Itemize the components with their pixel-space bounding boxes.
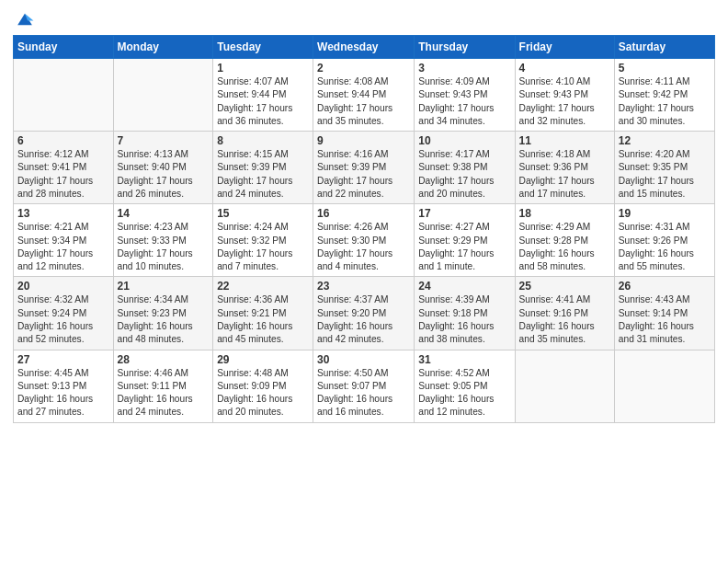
day-number: 27 — [17, 353, 109, 366]
calendar-cell: 22Sunrise: 4:36 AM Sunset: 9:21 PM Dayli… — [213, 277, 313, 350]
calendar-cell: 27Sunrise: 4:45 AM Sunset: 9:13 PM Dayli… — [14, 350, 114, 422]
day-info: Sunrise: 4:16 AM Sunset: 9:39 PM Dayligh… — [317, 148, 410, 201]
day-info: Sunrise: 4:39 AM Sunset: 9:18 PM Dayligh… — [418, 293, 510, 346]
calendar-cell: 15Sunrise: 4:24 AM Sunset: 9:32 PM Dayli… — [213, 204, 313, 277]
calendar-cell — [14, 59, 114, 132]
day-number: 19 — [619, 207, 711, 220]
calendar-cell: 30Sunrise: 4:50 AM Sunset: 9:07 PM Dayli… — [313, 350, 415, 422]
weekday-header-row: SundayMondayTuesdayWednesdayThursdayFrid… — [14, 36, 715, 59]
day-number: 24 — [418, 280, 510, 293]
day-info: Sunrise: 4:34 AM Sunset: 9:23 PM Dayligh… — [118, 293, 210, 346]
day-info: Sunrise: 4:09 AM Sunset: 9:43 PM Dayligh… — [418, 75, 510, 128]
calendar-cell — [614, 350, 714, 422]
day-info: Sunrise: 4:17 AM Sunset: 9:38 PM Dayligh… — [418, 148, 510, 201]
day-number: 13 — [17, 207, 109, 220]
day-number: 22 — [217, 280, 309, 293]
day-number: 23 — [317, 280, 410, 293]
calendar-cell: 17Sunrise: 4:27 AM Sunset: 9:29 PM Dayli… — [415, 204, 515, 277]
calendar-cell: 3Sunrise: 4:09 AM Sunset: 9:43 PM Daylig… — [415, 59, 515, 132]
calendar-cell: 11Sunrise: 4:18 AM Sunset: 9:36 PM Dayli… — [515, 132, 614, 204]
calendar-cell: 10Sunrise: 4:17 AM Sunset: 9:38 PM Dayli… — [415, 132, 515, 204]
day-number: 18 — [519, 207, 610, 220]
day-number: 3 — [418, 62, 510, 75]
calendar-cell: 16Sunrise: 4:26 AM Sunset: 9:30 PM Dayli… — [313, 204, 415, 277]
week-row-2: 6Sunrise: 4:12 AM Sunset: 9:41 PM Daylig… — [14, 132, 715, 204]
day-number: 25 — [519, 280, 610, 293]
day-info: Sunrise: 4:50 AM Sunset: 9:07 PM Dayligh… — [317, 367, 410, 419]
day-info: Sunrise: 4:18 AM Sunset: 9:36 PM Dayligh… — [519, 148, 610, 201]
day-info: Sunrise: 4:43 AM Sunset: 9:14 PM Dayligh… — [619, 293, 711, 346]
calendar-cell — [515, 350, 614, 422]
weekday-header-wednesday: Wednesday — [313, 36, 415, 59]
calendar-cell: 28Sunrise: 4:46 AM Sunset: 9:11 PM Dayli… — [113, 350, 213, 422]
calendar-cell: 31Sunrise: 4:52 AM Sunset: 9:05 PM Dayli… — [415, 350, 515, 422]
calendar-cell: 18Sunrise: 4:29 AM Sunset: 9:28 PM Dayli… — [515, 204, 614, 277]
day-number: 31 — [418, 353, 510, 366]
day-info: Sunrise: 4:13 AM Sunset: 9:40 PM Dayligh… — [118, 148, 210, 201]
calendar-cell: 7Sunrise: 4:13 AM Sunset: 9:40 PM Daylig… — [113, 132, 213, 204]
calendar-cell: 26Sunrise: 4:43 AM Sunset: 9:14 PM Dayli… — [614, 277, 714, 350]
week-row-5: 27Sunrise: 4:45 AM Sunset: 9:13 PM Dayli… — [14, 350, 715, 422]
day-info: Sunrise: 4:12 AM Sunset: 9:41 PM Dayligh… — [17, 148, 109, 201]
day-info: Sunrise: 4:15 AM Sunset: 9:39 PM Dayligh… — [217, 148, 309, 201]
calendar-cell: 1Sunrise: 4:07 AM Sunset: 9:44 PM Daylig… — [213, 59, 313, 132]
calendar-cell: 9Sunrise: 4:16 AM Sunset: 9:39 PM Daylig… — [313, 132, 415, 204]
day-number: 9 — [317, 134, 410, 147]
day-info: Sunrise: 4:32 AM Sunset: 9:24 PM Dayligh… — [17, 293, 109, 346]
calendar-cell: 23Sunrise: 4:37 AM Sunset: 9:20 PM Dayli… — [313, 277, 415, 350]
day-info: Sunrise: 4:36 AM Sunset: 9:21 PM Dayligh… — [217, 293, 309, 346]
day-number: 26 — [619, 280, 711, 293]
day-info: Sunrise: 4:24 AM Sunset: 9:32 PM Dayligh… — [217, 221, 309, 273]
day-info: Sunrise: 4:27 AM Sunset: 9:29 PM Dayligh… — [418, 221, 510, 273]
weekday-header-sunday: Sunday — [14, 36, 114, 59]
calendar-cell: 19Sunrise: 4:31 AM Sunset: 9:26 PM Dayli… — [614, 204, 714, 277]
day-info: Sunrise: 4:45 AM Sunset: 9:13 PM Dayligh… — [17, 367, 109, 419]
day-info: Sunrise: 4:48 AM Sunset: 9:09 PM Dayligh… — [217, 367, 309, 419]
calendar-cell: 14Sunrise: 4:23 AM Sunset: 9:33 PM Dayli… — [113, 204, 213, 277]
calendar-cell — [113, 59, 213, 132]
weekday-header-tuesday: Tuesday — [213, 36, 313, 59]
day-info: Sunrise: 4:07 AM Sunset: 9:44 PM Dayligh… — [217, 75, 309, 128]
day-info: Sunrise: 4:23 AM Sunset: 9:33 PM Dayligh… — [118, 221, 210, 273]
day-number: 4 — [519, 62, 610, 75]
day-number: 28 — [118, 353, 210, 366]
day-info: Sunrise: 4:08 AM Sunset: 9:44 PM Dayligh… — [317, 75, 410, 128]
day-info: Sunrise: 4:26 AM Sunset: 9:30 PM Dayligh… — [317, 221, 410, 273]
day-info: Sunrise: 4:29 AM Sunset: 9:28 PM Dayligh… — [519, 221, 610, 273]
weekday-header-monday: Monday — [113, 36, 213, 59]
calendar-cell: 5Sunrise: 4:11 AM Sunset: 9:42 PM Daylig… — [614, 59, 714, 132]
day-info: Sunrise: 4:52 AM Sunset: 9:05 PM Dayligh… — [418, 367, 510, 419]
day-number: 16 — [317, 207, 410, 220]
day-number: 12 — [619, 134, 711, 147]
logo — [13, 9, 35, 28]
calendar-cell: 4Sunrise: 4:10 AM Sunset: 9:43 PM Daylig… — [515, 59, 614, 132]
day-number: 17 — [418, 207, 510, 220]
day-info: Sunrise: 4:37 AM Sunset: 9:20 PM Dayligh… — [317, 293, 410, 346]
week-row-4: 20Sunrise: 4:32 AM Sunset: 9:24 PM Dayli… — [14, 277, 715, 350]
calendar-cell: 21Sunrise: 4:34 AM Sunset: 9:23 PM Dayli… — [113, 277, 213, 350]
calendar-cell: 12Sunrise: 4:20 AM Sunset: 9:35 PM Dayli… — [614, 132, 714, 204]
calendar-cell: 2Sunrise: 4:08 AM Sunset: 9:44 PM Daylig… — [313, 59, 415, 132]
day-number: 5 — [619, 62, 711, 75]
day-number: 14 — [118, 207, 210, 220]
day-info: Sunrise: 4:10 AM Sunset: 9:43 PM Dayligh… — [519, 75, 610, 128]
day-number: 7 — [118, 134, 210, 147]
day-number: 1 — [217, 62, 309, 75]
week-row-1: 1Sunrise: 4:07 AM Sunset: 9:44 PM Daylig… — [14, 59, 715, 132]
calendar-cell: 20Sunrise: 4:32 AM Sunset: 9:24 PM Dayli… — [14, 277, 114, 350]
day-number: 20 — [17, 280, 109, 293]
header — [13, 9, 715, 28]
day-number: 15 — [217, 207, 309, 220]
week-row-3: 13Sunrise: 4:21 AM Sunset: 9:34 PM Dayli… — [14, 204, 715, 277]
day-info: Sunrise: 4:20 AM Sunset: 9:35 PM Dayligh… — [619, 148, 711, 201]
day-number: 30 — [317, 353, 410, 366]
day-info: Sunrise: 4:46 AM Sunset: 9:11 PM Dayligh… — [118, 367, 210, 419]
day-number: 2 — [317, 62, 410, 75]
day-number: 6 — [17, 134, 109, 147]
weekday-header-saturday: Saturday — [614, 36, 714, 59]
calendar-cell: 13Sunrise: 4:21 AM Sunset: 9:34 PM Dayli… — [14, 204, 114, 277]
day-number: 29 — [217, 353, 309, 366]
day-info: Sunrise: 4:41 AM Sunset: 9:16 PM Dayligh… — [519, 293, 610, 346]
day-number: 11 — [519, 134, 610, 147]
weekday-header-friday: Friday — [515, 36, 614, 59]
